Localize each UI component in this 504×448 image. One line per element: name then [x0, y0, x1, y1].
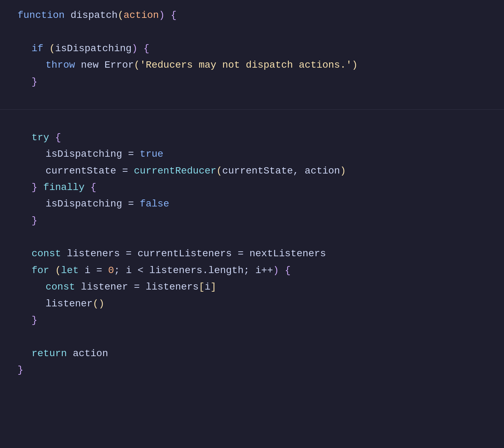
code-token: } — [18, 362, 23, 378]
code-token: ( — [216, 163, 222, 178]
code-token: } — [32, 74, 38, 89]
code-token: ( — [93, 296, 98, 311]
code-line-line-finally-close: } — [0, 212, 504, 229]
code-token: = — [128, 196, 140, 211]
code-token: ( — [118, 8, 124, 23]
code-token: } — [32, 313, 38, 328]
code-token: ) { — [132, 41, 149, 56]
code-token: currentState, action — [222, 163, 340, 178]
code-token: ( — [134, 57, 140, 73]
code-divider — [0, 109, 504, 110]
code-token: = — [238, 246, 250, 261]
code-token: currentListeners — [137, 246, 238, 261]
code-token: finally — [43, 180, 90, 195]
code-line-line-blank5 — [0, 328, 504, 345]
code-line-line-if-close: } — [0, 74, 504, 90]
code-token: 'Reducers may not dispatch actions.' — [140, 57, 352, 73]
code-line-line-throw: throw new Error('Reducers may not dispat… — [0, 57, 504, 73]
code-token: i — [84, 263, 96, 278]
code-token: action — [73, 346, 108, 361]
code-block: function dispatch(action) { if (isDispat… — [0, 7, 504, 379]
code-token: throw — [46, 57, 81, 73]
code-line-line-try: try { — [0, 129, 504, 146]
code-container: function dispatch(action) { if (isDispat… — [0, 0, 504, 386]
code-token: listener — [81, 279, 134, 294]
code-token: = — [96, 263, 108, 278]
code-token: listeners — [146, 279, 199, 294]
code-line-line-func-close: } — [0, 362, 504, 378]
code-token: currentReducer — [134, 163, 216, 178]
code-token: = — [128, 147, 140, 162]
code-token: return — [32, 346, 73, 361]
code-token: ] — [211, 279, 217, 294]
code-token: try — [32, 130, 55, 145]
code-token: dispatch — [70, 8, 117, 23]
code-token: listeners — [67, 246, 126, 261]
code-line-line-currentState: currentState = currentReducer(currentSta… — [0, 163, 504, 179]
code-token: ) { — [159, 8, 176, 23]
code-token: [ — [199, 279, 205, 294]
code-token: isDispatching — [55, 41, 131, 56]
code-token: let — [61, 263, 84, 278]
code-token: ; i < listeners.length; i++ — [114, 263, 273, 278]
code-token: nextListeners — [250, 246, 326, 261]
code-token: ) { — [273, 263, 291, 278]
code-token: false — [140, 196, 169, 211]
code-line-line-function: function dispatch(action) { — [0, 7, 504, 23]
code-line-line-if: if (isDispatching) { — [0, 40, 504, 57]
code-token: ) — [98, 296, 104, 311]
code-token: = — [126, 246, 138, 261]
code-token: } — [32, 213, 38, 228]
code-line-line-for-close: } — [0, 312, 504, 328]
code-line-line-blank3 — [0, 113, 504, 129]
code-token: for — [32, 263, 55, 278]
code-token: action — [123, 8, 159, 23]
code-line-line-const-listener: const listener = listeners[i] — [0, 279, 504, 295]
code-line-line-for: for (let i = 0; i < listeners.length; i+… — [0, 262, 504, 279]
code-token: ( — [55, 263, 61, 278]
code-token: { — [55, 130, 61, 145]
code-token: currentState — [46, 163, 122, 178]
code-line-line-isDispatching-true: isDispatching = true — [0, 146, 504, 162]
code-token: true — [140, 147, 163, 162]
code-token: isDispatching — [46, 196, 128, 211]
code-line-line-isDispatching-false: isDispatching = false — [0, 196, 504, 212]
code-line-line-blank4 — [0, 229, 504, 245]
code-line-line-blank1 — [0, 23, 504, 40]
code-token: const — [32, 246, 67, 261]
code-token: ( — [49, 41, 55, 56]
code-line-line-finally: } finally { — [0, 179, 504, 196]
code-token: const — [46, 279, 81, 294]
code-token: 0 — [108, 263, 114, 278]
code-line-line-const-listeners: const listeners = currentListeners = nex… — [0, 245, 504, 262]
code-token: ) — [340, 163, 346, 178]
code-line-line-return: return action — [0, 345, 504, 362]
code-token: isDispatching — [46, 147, 128, 162]
code-token: function — [18, 8, 70, 23]
code-line-line-blank2 — [0, 90, 504, 107]
code-token: new — [81, 57, 104, 73]
code-token: } — [32, 180, 43, 195]
code-token: { — [90, 180, 96, 195]
code-token: ) — [352, 57, 358, 73]
code-token: = — [122, 163, 134, 178]
code-token: i — [205, 279, 211, 294]
code-token: Error — [104, 57, 134, 73]
code-token: listener — [46, 296, 93, 311]
code-token: if — [32, 41, 49, 56]
code-token: = — [134, 279, 146, 294]
code-line-line-listener-call: listener() — [0, 296, 504, 312]
